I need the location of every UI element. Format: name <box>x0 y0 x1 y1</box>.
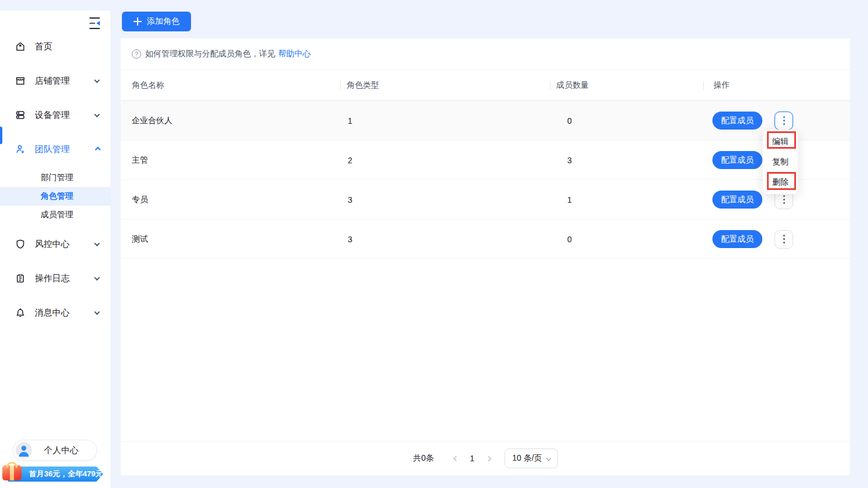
more-actions-button[interactable] <box>775 112 793 130</box>
column-header-member-count: 成员数量 <box>550 80 703 91</box>
configure-members-button[interactable]: 配置成员 <box>712 112 762 130</box>
bell-icon <box>15 307 26 318</box>
personal-center-button[interactable]: 个人中心 <box>13 440 97 461</box>
current-page[interactable]: 1 <box>463 454 481 463</box>
sidebar-item-label: 操作日志 <box>35 273 96 284</box>
table-row: 专员 3 1 配置成员 <box>121 180 850 220</box>
collapse-arrow-icon <box>96 21 100 26</box>
role-type: 2 <box>340 156 550 165</box>
sidebar-item-label: 风控中心 <box>35 239 96 250</box>
sub-item-label: 成员管理 <box>41 210 73 220</box>
chevron-down-icon <box>546 456 550 461</box>
chevron-up-icon <box>95 146 101 152</box>
more-actions-button[interactable] <box>775 230 793 249</box>
gift-icon <box>2 462 21 480</box>
member-count: 3 <box>550 156 703 165</box>
table-row: 主管 2 3 配置成员 <box>121 141 850 180</box>
store-icon <box>15 76 26 86</box>
page-size-value: 10 条/页 <box>512 453 542 464</box>
sidebar-item-label: 首页 <box>35 41 100 52</box>
shield-icon <box>15 239 26 249</box>
sub-item-label: 部门管理 <box>41 173 73 183</box>
member-count: 1 <box>550 195 703 204</box>
next-page-button[interactable] <box>481 451 495 465</box>
page-size-select[interactable]: 10 条/页 <box>505 448 557 468</box>
device-icon <box>15 110 26 120</box>
promo-label: 首月36元，全年479元 <box>29 469 103 478</box>
sidebar-item-team-management[interactable]: 团队管理 <box>0 138 110 161</box>
sidebar-item-department-management[interactable]: 部门管理 <box>0 168 110 187</box>
configure-members-button[interactable]: 配置成员 <box>712 151 762 169</box>
menu-item-delete[interactable]: 删除 <box>763 172 798 192</box>
sidebar: 首页 店铺管理 设备管理 团队管理 <box>0 10 110 488</box>
collapse-sidebar-icon[interactable] <box>89 16 103 30</box>
avatar <box>16 442 32 458</box>
sidebar-item-shop-management[interactable]: 店铺管理 <box>0 69 110 92</box>
table-header: 角色名称 角色类型 成员数量 操作 <box>121 70 850 101</box>
add-role-label: 添加角色 <box>147 16 179 27</box>
sidebar-item-device-management[interactable]: 设备管理 <box>0 103 110 127</box>
role-management-page: 首页 店铺管理 设备管理 团队管理 <box>0 0 868 488</box>
sub-item-label: 角色管理 <box>41 191 73 202</box>
sidebar-item-message-center[interactable]: 消息中心 <box>0 301 110 324</box>
role-type: 3 <box>340 235 550 244</box>
sidebar-item-role-management[interactable]: 角色管理 <box>0 187 110 206</box>
sidebar-menu: 首页 店铺管理 设备管理 团队管理 <box>0 10 110 324</box>
role-type: 1 <box>340 116 550 125</box>
sidebar-item-operation-log[interactable]: 操作日志 <box>0 267 110 290</box>
column-header-actions: 操作 <box>703 80 850 91</box>
sidebar-item-home[interactable]: 首页 <box>0 35 110 58</box>
role-name: 主管 <box>121 155 340 166</box>
help-text: 如何管理权限与分配成员角色，详见 <box>145 49 275 59</box>
configure-members-button[interactable]: 配置成员 <box>712 230 762 248</box>
help-center-link[interactable]: 帮助中心 <box>278 49 311 59</box>
role-table-panel: ? 如何管理权限与分配成员角色，详见 帮助中心 角色名称 角色类型 成员数量 操… <box>121 38 850 475</box>
sidebar-item-label: 消息中心 <box>35 307 96 318</box>
total-count: 共0条 <box>413 453 434 464</box>
column-header-role-name: 角色名称 <box>121 80 340 91</box>
menu-line <box>89 28 100 29</box>
row-context-menu: 编辑 复制 删除 <box>763 130 798 194</box>
add-role-button[interactable]: 添加角色 <box>122 12 191 31</box>
promo-banner[interactable]: 首月36元，全年479元 <box>8 467 103 482</box>
column-header-role-type: 角色类型 <box>340 80 550 91</box>
menu-item-edit[interactable]: 编辑 <box>763 131 798 152</box>
personal-center-label: 个人中心 <box>32 445 96 456</box>
menu-line <box>89 21 103 26</box>
table-row: 企业合伙人 1 0 配置成员 <box>121 101 850 141</box>
question-circle-icon: ? <box>132 49 141 59</box>
previous-page-button[interactable] <box>449 451 463 465</box>
sidebar-item-member-management[interactable]: 成员管理 <box>0 206 110 224</box>
role-name: 专员 <box>121 195 340 205</box>
member-count: 0 <box>550 116 703 125</box>
plus-icon <box>134 17 142 26</box>
team-management-submenu: 部门管理 角色管理 成员管理 <box>0 168 110 224</box>
log-icon <box>15 273 26 284</box>
sidebar-item-risk-center[interactable]: 风控中心 <box>0 232 110 256</box>
sidebar-item-label: 设备管理 <box>35 110 96 121</box>
sidebar-item-label: 店铺管理 <box>35 76 96 87</box>
help-bar: ? 如何管理权限与分配成员角色，详见 帮助中心 <box>121 38 850 70</box>
home-icon <box>15 41 26 52</box>
role-name: 企业合伙人 <box>121 116 340 126</box>
role-type: 3 <box>340 195 550 204</box>
menu-line <box>89 17 100 19</box>
sidebar-item-label: 团队管理 <box>35 144 96 155</box>
menu-item-copy[interactable]: 复制 <box>763 152 798 172</box>
pagination-bar: 共0条 1 10 条/页 <box>121 441 850 475</box>
table-row: 测试 3 0 配置成员 <box>121 220 850 259</box>
configure-members-button[interactable]: 配置成员 <box>712 191 762 209</box>
team-icon <box>15 144 26 155</box>
member-count: 0 <box>550 235 703 244</box>
role-name: 测试 <box>121 234 340 245</box>
